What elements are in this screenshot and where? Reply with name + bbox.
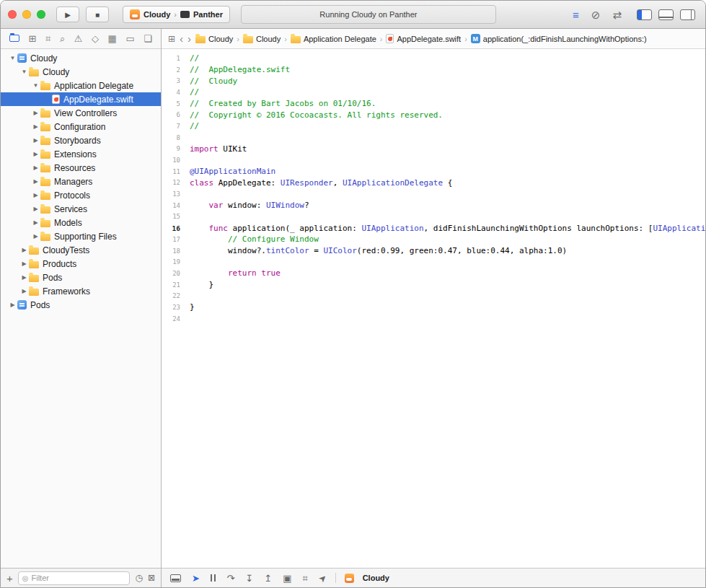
code-line[interactable]: 18 window?.tintColor = UIColor(red:0.99,… xyxy=(162,245,705,257)
disclosure-triangle[interactable]: ▶ xyxy=(31,233,40,240)
toggle-navigator-panel-button[interactable] xyxy=(637,9,652,20)
step-into-button[interactable]: ↧ xyxy=(245,574,253,583)
recent-files-icon[interactable]: ◷ xyxy=(135,574,142,582)
view-hierarchy-button[interactable]: ▣ xyxy=(283,574,291,583)
close-window-button[interactable] xyxy=(8,10,17,19)
test-navigator-icon[interactable]: ◇ xyxy=(92,34,99,43)
disclosure-triangle[interactable]: ▶ xyxy=(19,260,29,267)
disclosure-triangle[interactable]: ▶ xyxy=(19,247,29,253)
tree-item-resources[interactable]: ▶Resources xyxy=(1,161,161,175)
code-line[interactable]: 1// xyxy=(162,53,705,64)
project-navigator-icon[interactable] xyxy=(9,34,19,43)
tree-item-cloudy[interactable]: ▼Cloudy xyxy=(1,65,161,79)
source-control-navigator-icon[interactable]: ⊞ xyxy=(29,34,37,43)
disclosure-triangle[interactable]: ▶ xyxy=(31,192,40,198)
code-line[interactable]: 17 // Configure Window xyxy=(162,234,705,245)
tree-item-storyboards[interactable]: ▶Storyboards xyxy=(1,133,161,147)
code-line[interactable]: 21 } xyxy=(162,279,705,291)
code-line[interactable]: 23} xyxy=(162,302,705,313)
tree-item-models[interactable]: ▶Models xyxy=(1,216,161,229)
step-over-button[interactable]: ↷ xyxy=(226,574,234,583)
toggle-debug-area-button[interactable] xyxy=(658,9,674,20)
disclosure-triangle[interactable]: ▶ xyxy=(31,206,40,212)
filter-input[interactable]: ◎ Filter xyxy=(18,571,131,585)
memory-graph-button[interactable]: ⌗ xyxy=(302,574,307,583)
code-line[interactable]: 9import UIKit xyxy=(162,144,705,155)
toggle-inspector-panel-button[interactable] xyxy=(680,9,695,20)
assistant-editor-button[interactable]: ⊘ xyxy=(591,9,601,20)
minimize-window-button[interactable] xyxy=(22,10,31,19)
hide-debug-area-button[interactable] xyxy=(170,574,181,582)
code-line[interactable]: 12class AppDelegate: UIResponder, UIAppl… xyxy=(162,177,705,189)
tree-item-pods[interactable]: ▶Pods xyxy=(1,271,161,284)
code-line[interactable]: 2// AppDelegate.swift xyxy=(162,64,705,76)
tree-item-appdelegate-swift[interactable]: AppDelegate.swift xyxy=(1,92,161,106)
go-forward-button[interactable]: › xyxy=(187,33,191,44)
disclosure-triangle[interactable]: ▶ xyxy=(31,164,40,171)
breadcrumb-item[interactable]: Cloudy xyxy=(195,35,233,43)
tree-item-application-delegate[interactable]: ▼Application Delegate xyxy=(1,79,161,92)
code-line[interactable]: 15 xyxy=(162,211,705,223)
source-control-status-icon[interactable]: ⊠ xyxy=(148,574,155,582)
code-line[interactable]: 19 xyxy=(162,256,705,268)
code-line[interactable]: 8 xyxy=(162,132,705,144)
tree-item-protocols[interactable]: ▶Protocols xyxy=(1,188,161,202)
add-button[interactable]: + xyxy=(6,573,13,584)
code-line[interactable]: 5// Created by Bart Jacobs on 01/10/16. xyxy=(162,98,705,110)
issue-navigator-icon[interactable]: ⚠ xyxy=(74,34,83,43)
symbol-navigator-icon[interactable]: ⌗ xyxy=(45,34,50,43)
code-line[interactable]: 20 return true xyxy=(162,268,705,279)
disclosure-triangle[interactable]: ▶ xyxy=(19,274,29,281)
report-navigator-icon[interactable]: ❏ xyxy=(144,34,152,43)
disclosure-triangle[interactable]: ▶ xyxy=(31,178,40,185)
zoom-window-button[interactable] xyxy=(37,10,45,19)
disclosure-triangle[interactable]: ▶ xyxy=(31,219,40,226)
related-items-icon[interactable]: ⊞ xyxy=(168,35,175,43)
tree-item-managers[interactable]: ▶Managers xyxy=(1,175,161,188)
code-line[interactable]: 22 xyxy=(162,290,705,302)
find-navigator-icon[interactable]: ⌕ xyxy=(60,34,65,43)
step-out-button[interactable]: ↥ xyxy=(264,574,272,583)
disclosure-triangle[interactable]: ▶ xyxy=(19,288,29,294)
disclosure-triangle[interactable]: ▶ xyxy=(31,110,40,116)
tree-item-extensions[interactable]: ▶Extensions xyxy=(1,147,161,161)
process-name[interactable]: Cloudy xyxy=(363,574,389,582)
disclosure-triangle[interactable]: ▼ xyxy=(19,69,29,75)
breadcrumb-item[interactable]: Mapplication(_:didFinishLaunchingWithOpt… xyxy=(471,34,647,43)
code-line[interactable]: 16 func application(_ application: UIApp… xyxy=(162,222,705,234)
disclosure-triangle[interactable]: ▶ xyxy=(31,137,40,144)
tree-item-frameworks[interactable]: ▶Frameworks xyxy=(1,284,161,298)
code-line[interactable]: 24 xyxy=(162,313,705,325)
code-line[interactable]: 3// Cloudy xyxy=(162,75,705,87)
tree-item-cloudy[interactable]: ▼Cloudy xyxy=(1,51,161,65)
breadcrumb-item[interactable]: Application Delegate xyxy=(291,35,376,43)
run-button[interactable]: ▶ xyxy=(56,6,79,22)
go-back-button[interactable]: ‹ xyxy=(180,33,183,44)
scheme-selector[interactable]: Cloudy › Panther xyxy=(123,6,230,23)
code-line[interactable]: 6// Copyright © 2016 Cocoacasts. All rig… xyxy=(162,109,705,120)
tree-item-supporting-files[interactable]: ▶Supporting Files xyxy=(1,229,161,243)
pause-button[interactable] xyxy=(211,574,216,582)
version-editor-button[interactable]: ⇄ xyxy=(612,9,622,20)
simulate-location-button[interactable]: ➤ xyxy=(317,572,329,584)
tree-item-view-controllers[interactable]: ▶View Controllers xyxy=(1,106,161,120)
disclosure-triangle[interactable]: ▶ xyxy=(8,302,17,308)
disclosure-triangle[interactable]: ▶ xyxy=(31,123,40,130)
source-editor[interactable]: 1//2// AppDelegate.swift3// Cloudy4//5//… xyxy=(162,49,705,568)
disclosure-triangle[interactable]: ▼ xyxy=(8,55,17,61)
code-line[interactable]: 7// xyxy=(162,120,705,132)
disclosure-triangle[interactable]: ▼ xyxy=(31,82,40,89)
breadcrumb-item[interactable]: AppDelegate.swift xyxy=(386,34,461,43)
code-line[interactable]: 13 xyxy=(162,188,705,200)
code-line[interactable]: 11@UIApplicationMain xyxy=(162,166,705,177)
tree-item-products[interactable]: ▶Products xyxy=(1,257,161,271)
breakpoint-navigator-icon[interactable]: ▭ xyxy=(125,34,134,43)
standard-editor-button[interactable]: ≡ xyxy=(573,9,579,20)
debug-navigator-icon[interactable]: ▦ xyxy=(108,34,117,43)
code-line[interactable]: 4// xyxy=(162,87,705,98)
tree-item-pods[interactable]: ▶Pods xyxy=(1,298,161,312)
tree-item-configuration[interactable]: ▶Configuration xyxy=(1,120,161,133)
disclosure-triangle[interactable]: ▶ xyxy=(31,151,40,157)
stop-button[interactable]: ■ xyxy=(86,6,109,22)
breakpoints-toggle-button[interactable]: ➤ xyxy=(192,574,200,583)
